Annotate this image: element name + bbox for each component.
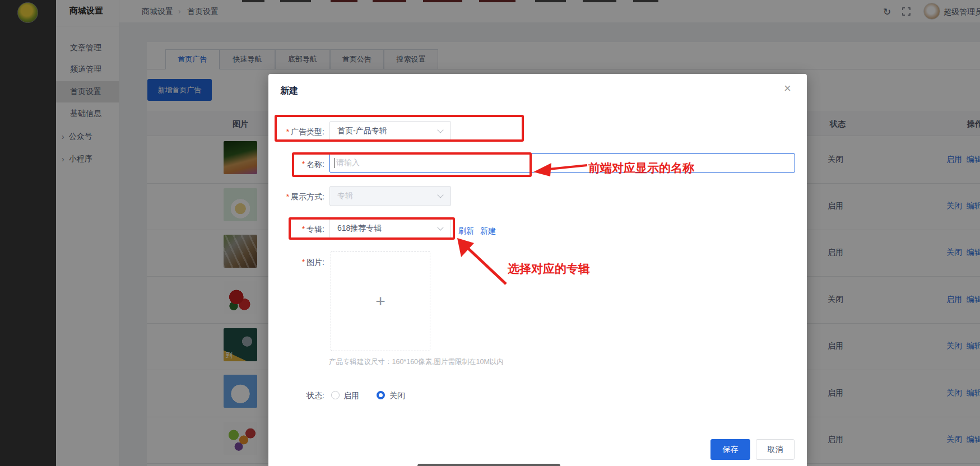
app-root: ◎仪表 ⬒商品 ▤订单 ⬒应用 ♟会员 ⬒财务 ♟供应商 ⬒供应链 ⚙商城 ♟操… bbox=[0, 0, 980, 466]
annotation-box-ad-type bbox=[275, 115, 524, 142]
close-icon[interactable]: × bbox=[784, 81, 791, 96]
modal-title: 新建 bbox=[280, 85, 298, 97]
radio-enable[interactable] bbox=[331, 391, 340, 399]
image-label: *图片: bbox=[268, 258, 324, 268]
bottom-toast-peek bbox=[417, 464, 560, 466]
annotation-text-name: 前端对应显示的名称 bbox=[588, 160, 694, 176]
radio-disable[interactable] bbox=[377, 391, 385, 399]
radio-disable-label[interactable]: 关闭 bbox=[389, 391, 405, 401]
plus-icon: + bbox=[375, 292, 386, 311]
modal-status-label: 状态: bbox=[268, 391, 324, 401]
annotation-arrow-album bbox=[453, 236, 512, 287]
display-mode-value: 专辑 bbox=[337, 191, 438, 201]
annotation-box-album bbox=[289, 217, 455, 240]
display-mode-label: *展示方式: bbox=[268, 192, 324, 202]
image-size-hint: 产品专辑建议尺寸：160*160像素,图片需限制在10M以内 bbox=[329, 357, 504, 367]
display-mode-select: 专辑 bbox=[329, 186, 451, 206]
chevron-down-icon bbox=[437, 192, 443, 198]
refresh-album-link[interactable]: 刷新 bbox=[458, 226, 474, 236]
annotation-text-album: 选择对应的专辑 bbox=[508, 261, 590, 277]
radio-enable-label[interactable]: 启用 bbox=[343, 391, 359, 401]
annotation-box-name bbox=[292, 152, 532, 177]
create-album-link[interactable]: 新建 bbox=[480, 226, 496, 236]
image-upload-box[interactable]: + bbox=[331, 251, 430, 351]
cancel-button[interactable]: 取消 bbox=[756, 439, 795, 460]
annotation-arrow-name bbox=[532, 159, 591, 181]
save-button[interactable]: 保存 bbox=[710, 439, 750, 460]
